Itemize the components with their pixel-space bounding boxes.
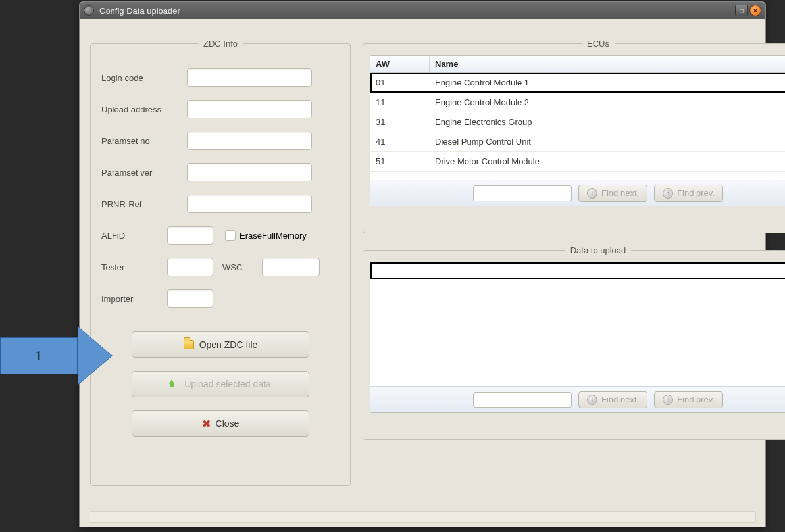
data-to-upload-legend: Data to upload [565,245,632,255]
upload-address-input[interactable] [187,100,312,118]
data-upload-list: ▲ ▼ ↓ Find next. ↑ Find prev. [370,262,785,413]
ecu-name-cell: Engine Electronics Group [430,117,785,127]
ecus-col-aw[interactable]: AW [370,56,430,72]
table-row[interactable]: 01Engine Control Module 1 [370,73,785,93]
table-row[interactable]: 51Drive Motor Control Module [370,152,785,172]
ecus-find-input[interactable] [473,185,572,201]
importer-label: Importer [101,294,167,304]
ecu-name-cell: Engine Control Module 2 [430,97,785,107]
ecu-aw-cell: 51 [370,157,430,166]
ecu-aw-cell: 41 [370,137,430,147]
table-row[interactable]: 11Engine Control Module 2 [370,93,785,112]
close-label: Close [216,418,240,429]
window-maximize-button[interactable]: □ [735,5,748,16]
table-row[interactable]: 31Engine Electronics Group [370,112,785,132]
zdc-info-legend: ZDC Info [198,39,243,49]
table-row[interactable]: 41Diesel Pump Control Unit [370,132,785,152]
paramset-ver-label: Paramset ver [101,168,187,178]
data-upload-find-next-label: Find next. [601,395,639,404]
upload-selected-data-button[interactable]: Upload selected data [132,371,309,397]
data-upload-find-prev-button[interactable]: ↑ Find prev. [654,391,723,408]
erase-full-memory-label: EraseFullMemory [240,231,307,241]
ecus-find-prev-label: Find prev. [677,188,715,198]
prnr-ref-label: PRNR-Ref [101,199,187,209]
close-button[interactable]: ✖ Close [132,410,309,437]
wsc-label: WSC [222,262,262,272]
open-zdc-file-button[interactable]: Open ZDC file [132,331,309,358]
ecu-aw-cell: 11 [370,97,430,107]
alfid-label: ALFiD [101,231,167,241]
ecu-aw-cell: 01 [370,78,430,87]
window-close-button[interactable]: × [749,5,761,16]
annotation-arrow-1: 1 [0,327,112,385]
folder-open-icon [184,340,194,349]
window-title: Config Data uploader [99,6,735,16]
status-bar [89,511,756,523]
paramset-no-label: Paramset no [101,136,187,146]
data-upload-list-body[interactable]: ▲ ▼ [370,262,785,386]
ecus-find-next-button[interactable]: ↓ Find next. [578,185,647,202]
ecus-find-next-label: Find next. [601,188,639,198]
upload-address-label: Upload address [101,105,187,114]
data-upload-find-input[interactable] [473,392,572,408]
window-system-icon[interactable]: − [84,5,94,16]
paramset-ver-input[interactable] [187,163,312,181]
arrow-up-circle-icon: ↑ [663,188,673,199]
ecus-col-name[interactable]: Name [430,56,785,72]
wsc-input[interactable] [262,258,320,276]
alfid-input[interactable] [167,226,213,245]
config-data-uploader-window: − Config Data uploader □ × ZDC Info Logi… [79,1,766,527]
arrow-down-circle-icon: ↓ [587,395,597,405]
ecu-name-cell: Engine Control Module 1 [430,78,785,87]
data-upload-find-next-button[interactable]: ↓ Find next. [578,391,647,408]
ecus-table-header: AW Name [370,56,785,73]
arrow-right-icon [78,327,112,385]
titlebar[interactable]: − Config Data uploader □ × [80,2,765,19]
login-code-label: Login code [101,73,187,83]
ecus-find-prev-button[interactable]: ↑ Find prev. [654,185,723,202]
close-x-icon: ✖ [202,418,211,430]
erase-full-memory-checkbox[interactable] [225,230,236,241]
ecu-name-cell: Drive Motor Control Module [430,157,785,166]
tester-label: Tester [101,262,167,272]
zdc-info-group: ZDC Info Login code Upload address Param… [90,39,351,486]
tester-input[interactable] [167,258,213,276]
annotation-label: 1 [0,337,78,374]
ecus-table-body[interactable]: 01Engine Control Module 111Engine Contro… [370,73,785,180]
importer-input[interactable] [167,289,213,308]
open-zdc-file-label: Open ZDC file [199,339,258,350]
data-to-upload-group: Data to upload ▲ ▼ ↓ Find next. [363,245,785,440]
ecus-find-bar: ↓ Find next. ↑ Find prev. [370,180,785,206]
paramset-no-input[interactable] [187,132,312,150]
ecus-group: ECUs AW Name 01Engine Control Module 111… [363,39,785,233]
ecu-aw-cell: 31 [370,117,430,127]
ecus-table: AW Name 01Engine Control Module 111Engin… [370,55,785,206]
arrow-down-circle-icon: ↓ [587,188,597,199]
data-upload-find-bar: ↓ Find next. ↑ Find prev. [370,386,785,412]
upload-icon [170,379,179,389]
login-code-input[interactable] [187,68,312,87]
upload-selected-label: Upload selected data [184,379,271,389]
ecus-legend: ECUs [582,39,615,49]
arrow-up-circle-icon: ↑ [663,395,673,405]
prnr-ref-input[interactable] [187,195,312,213]
data-upload-find-prev-label: Find prev. [677,395,715,404]
ecu-name-cell: Diesel Pump Control Unit [430,137,785,147]
list-item[interactable] [370,262,785,279]
